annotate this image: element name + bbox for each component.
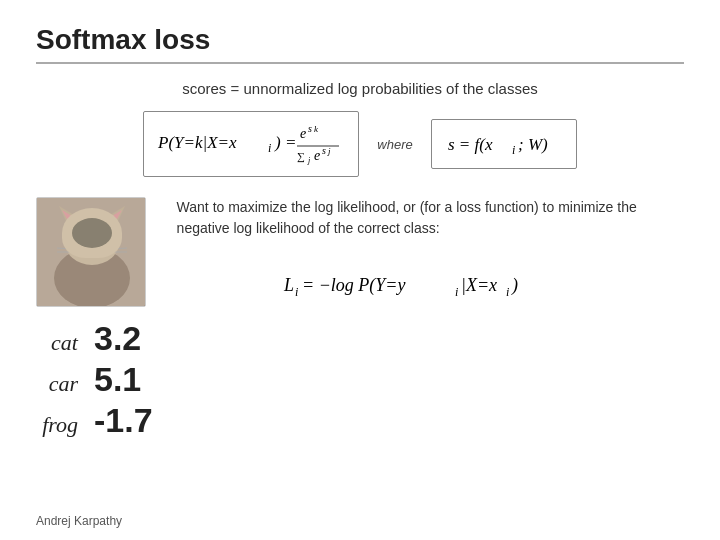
svg-text:i: i	[295, 285, 298, 299]
svg-text:) =: ) =	[274, 133, 296, 152]
formula-row: P(Y=k|X=x i ) = e s k ∑ j e s j where s …	[36, 111, 684, 177]
svg-text:j: j	[307, 156, 311, 165]
loss-formula-box: L i = −log P(Y=y i |X=x i )	[177, 261, 684, 307]
score-table: cat 3.2 car 5.1 frog -1.7	[36, 319, 153, 440]
svg-text:i: i	[268, 141, 271, 155]
svg-text:s: s	[322, 145, 326, 156]
svg-text:P(Y=k|X=x: P(Y=k|X=x	[157, 133, 237, 152]
svg-point-17	[64, 215, 120, 265]
right-column: Want to maximize the log likelihood, or …	[177, 197, 684, 307]
class-label-frog: frog	[36, 412, 78, 438]
svg-text:k: k	[314, 124, 319, 134]
svg-text:i: i	[512, 143, 515, 157]
left-column: cat 3.2 car 5.1 frog -1.7	[36, 197, 153, 440]
svg-marker-28	[89, 246, 95, 250]
table-row: frog -1.7	[36, 401, 153, 440]
svg-point-23	[95, 227, 115, 245]
score-value-frog: -1.7	[94, 401, 153, 440]
page-title: Softmax loss	[36, 24, 684, 56]
table-row: car 5.1	[36, 360, 153, 399]
score-value-cat: 3.2	[94, 319, 141, 358]
loss-formula-svg: L i = −log P(Y=y i |X=x i )	[280, 261, 580, 307]
cat-illustration	[37, 198, 146, 307]
class-label-cat: cat	[36, 330, 78, 356]
description-text: Want to maximize the log likelihood, or …	[177, 197, 684, 239]
svg-text:|X=x: |X=x	[461, 275, 497, 295]
softmax-formula-box: P(Y=k|X=x i ) = e s k ∑ j e s j	[143, 111, 359, 177]
svg-point-25	[100, 230, 110, 242]
footer-attribution: Andrej Karpathy	[36, 514, 122, 528]
svg-text:i: i	[455, 285, 458, 299]
class-label-car: car	[36, 371, 78, 397]
title-divider	[36, 62, 684, 64]
score-function-svg: s = f(x i ; W)	[444, 126, 564, 162]
svg-point-22	[69, 227, 89, 245]
page: Softmax loss scores = unnormalized log p…	[0, 0, 720, 540]
svg-text:j: j	[327, 146, 331, 156]
svg-text:s: s	[308, 123, 312, 134]
svg-text:e: e	[300, 126, 306, 141]
where-label: where	[377, 137, 412, 152]
svg-point-24	[74, 230, 84, 242]
subtitle-text: scores = unnormalized log probabilities …	[36, 80, 684, 97]
svg-text:L: L	[283, 275, 294, 295]
svg-text:∑: ∑	[297, 150, 305, 163]
table-row: cat 3.2	[36, 319, 153, 358]
cat-image	[36, 197, 146, 307]
svg-point-16	[54, 248, 130, 307]
svg-point-27	[103, 233, 107, 241]
svg-text:s = f(x: s = f(x	[448, 135, 493, 154]
softmax-formula-svg: P(Y=k|X=x i ) = e s k ∑ j e s j	[156, 118, 346, 170]
svg-text:): )	[511, 275, 518, 296]
score-value-car: 5.1	[94, 360, 141, 399]
svg-point-26	[77, 233, 81, 241]
svg-text:; W): ; W)	[518, 135, 548, 154]
svg-text:= −log P(Y=y: = −log P(Y=y	[302, 275, 405, 296]
svg-text:i: i	[506, 285, 509, 299]
content-area: cat 3.2 car 5.1 frog -1.7 Want to maximi…	[36, 197, 684, 440]
score-function-box: s = f(x i ; W)	[431, 119, 577, 169]
svg-text:e: e	[314, 148, 320, 163]
